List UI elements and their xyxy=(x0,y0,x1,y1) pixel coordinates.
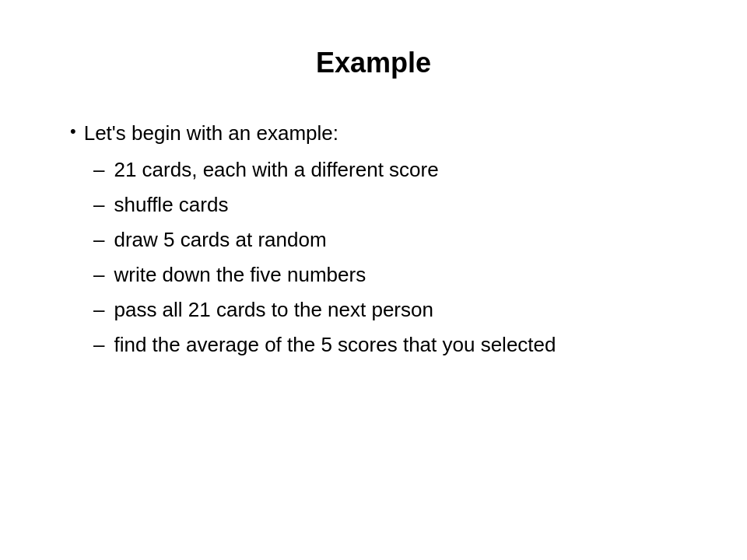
page-title: Example xyxy=(316,47,431,79)
list-item: –pass all 21 cards to the next person xyxy=(93,295,677,325)
list-item-text: shuffle cards xyxy=(114,190,228,220)
list-item: –shuffle cards xyxy=(93,190,677,220)
list-item: –draw 5 cards at random xyxy=(93,225,677,255)
list-item: –21 cards, each with a different score xyxy=(93,155,677,185)
list-item-text: write down the five numbers xyxy=(114,260,366,290)
sub-list: –21 cards, each with a different score–s… xyxy=(93,155,677,360)
dash-icon: – xyxy=(93,155,104,185)
dash-icon: – xyxy=(93,225,104,255)
top-level-text: Let's begin with an example: xyxy=(84,118,338,149)
content-area: • Let's begin with an example: –21 cards… xyxy=(70,118,677,365)
dash-icon: – xyxy=(93,260,104,290)
list-item: –find the average of the 5 scores that y… xyxy=(93,330,677,360)
top-level-item: • Let's begin with an example: xyxy=(70,118,677,149)
dash-icon: – xyxy=(93,295,104,325)
list-item: –write down the five numbers xyxy=(93,260,677,290)
dash-icon: – xyxy=(93,190,104,220)
bullet-icon: • xyxy=(70,118,76,144)
list-item-text: pass all 21 cards to the next person xyxy=(114,295,433,325)
list-item-text: 21 cards, each with a different score xyxy=(114,155,438,185)
list-item-text: draw 5 cards at random xyxy=(114,225,326,255)
dash-icon: – xyxy=(93,330,104,360)
list-item-text: find the average of the 5 scores that yo… xyxy=(114,330,556,360)
